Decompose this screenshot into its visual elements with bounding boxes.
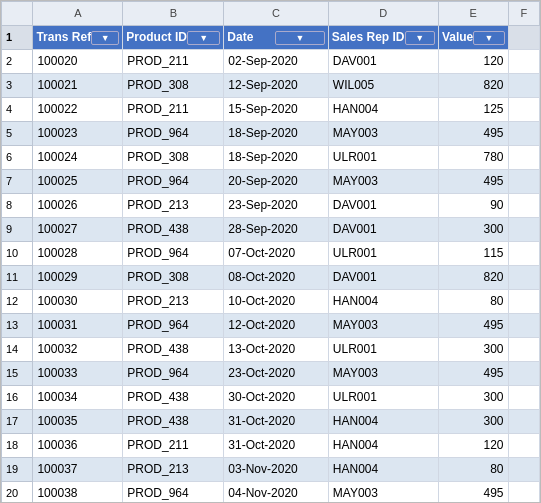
trans-ref-cell[interactable]: 100033 [33, 362, 123, 386]
filter-sales-rep-id[interactable]: ▼ [405, 31, 435, 45]
header-date[interactable]: Date ▼ [224, 26, 328, 50]
sales-rep-id-cell[interactable]: ULR001 [328, 242, 438, 266]
product-id-cell[interactable]: PROD_964 [123, 170, 224, 194]
date-cell[interactable]: 20-Sep-2020 [224, 170, 328, 194]
date-cell[interactable]: 18-Sep-2020 [224, 146, 328, 170]
sales-rep-id-cell[interactable]: WIL005 [328, 74, 438, 98]
value-cell[interactable]: 495 [438, 482, 508, 504]
sales-rep-id-cell[interactable]: DAV001 [328, 266, 438, 290]
product-id-cell[interactable]: PROD_213 [123, 194, 224, 218]
sales-rep-id-cell[interactable]: HAN004 [328, 458, 438, 482]
value-cell[interactable]: 115 [438, 242, 508, 266]
value-cell[interactable]: 495 [438, 170, 508, 194]
date-cell[interactable]: 13-Oct-2020 [224, 338, 328, 362]
trans-ref-cell[interactable]: 100021 [33, 74, 123, 98]
product-id-cell[interactable]: PROD_308 [123, 266, 224, 290]
product-id-cell[interactable]: PROD_964 [123, 122, 224, 146]
header-sales-rep-id[interactable]: Sales Rep ID ▼ [328, 26, 438, 50]
col-letter-d[interactable]: D [328, 2, 438, 26]
product-id-cell[interactable]: PROD_438 [123, 338, 224, 362]
date-cell[interactable]: 23-Oct-2020 [224, 362, 328, 386]
sales-rep-id-cell[interactable]: DAV001 [328, 50, 438, 74]
product-id-cell[interactable]: PROD_211 [123, 98, 224, 122]
trans-ref-cell[interactable]: 100031 [33, 314, 123, 338]
trans-ref-cell[interactable]: 100028 [33, 242, 123, 266]
product-id-cell[interactable]: PROD_211 [123, 434, 224, 458]
sales-rep-id-cell[interactable]: HAN004 [328, 98, 438, 122]
trans-ref-cell[interactable]: 100035 [33, 410, 123, 434]
product-id-cell[interactable]: PROD_964 [123, 362, 224, 386]
col-letter-e[interactable]: E [438, 2, 508, 26]
date-cell[interactable]: 08-Oct-2020 [224, 266, 328, 290]
sales-rep-id-cell[interactable]: MAY003 [328, 314, 438, 338]
col-letter-f[interactable]: F [508, 2, 540, 26]
trans-ref-cell[interactable]: 100037 [33, 458, 123, 482]
filter-product-id[interactable]: ▼ [187, 31, 220, 45]
sales-rep-id-cell[interactable]: ULR001 [328, 386, 438, 410]
filter-date[interactable]: ▼ [275, 31, 325, 45]
date-cell[interactable]: 31-Oct-2020 [224, 410, 328, 434]
value-cell[interactable]: 495 [438, 122, 508, 146]
sales-rep-id-cell[interactable]: MAY003 [328, 170, 438, 194]
product-id-cell[interactable]: PROD_308 [123, 74, 224, 98]
sales-rep-id-cell[interactable]: HAN004 [328, 290, 438, 314]
col-letter-b[interactable]: B [123, 2, 224, 26]
trans-ref-cell[interactable]: 100038 [33, 482, 123, 504]
trans-ref-cell[interactable]: 100020 [33, 50, 123, 74]
trans-ref-cell[interactable]: 100030 [33, 290, 123, 314]
product-id-cell[interactable]: PROD_964 [123, 314, 224, 338]
value-cell[interactable]: 820 [438, 74, 508, 98]
trans-ref-cell[interactable]: 100034 [33, 386, 123, 410]
date-cell[interactable]: 28-Sep-2020 [224, 218, 328, 242]
product-id-cell[interactable]: PROD_213 [123, 290, 224, 314]
sales-rep-id-cell[interactable]: MAY003 [328, 122, 438, 146]
sales-rep-id-cell[interactable]: HAN004 [328, 434, 438, 458]
date-cell[interactable]: 12-Oct-2020 [224, 314, 328, 338]
product-id-cell[interactable]: PROD_213 [123, 458, 224, 482]
date-cell[interactable]: 03-Nov-2020 [224, 458, 328, 482]
trans-ref-cell[interactable]: 100022 [33, 98, 123, 122]
product-id-cell[interactable]: PROD_211 [123, 50, 224, 74]
date-cell[interactable]: 23-Sep-2020 [224, 194, 328, 218]
date-cell[interactable]: 30-Oct-2020 [224, 386, 328, 410]
date-cell[interactable]: 18-Sep-2020 [224, 122, 328, 146]
sales-rep-id-cell[interactable]: ULR001 [328, 338, 438, 362]
date-cell[interactable]: 15-Sep-2020 [224, 98, 328, 122]
filter-trans-ref[interactable]: ▼ [91, 31, 119, 45]
sales-rep-id-cell[interactable]: HAN004 [328, 410, 438, 434]
sales-rep-id-cell[interactable]: DAV001 [328, 218, 438, 242]
product-id-cell[interactable]: PROD_964 [123, 242, 224, 266]
date-cell[interactable]: 07-Oct-2020 [224, 242, 328, 266]
trans-ref-cell[interactable]: 100025 [33, 170, 123, 194]
value-cell[interactable]: 300 [438, 338, 508, 362]
header-product-id[interactable]: Product ID ▼ [123, 26, 224, 50]
trans-ref-cell[interactable]: 100032 [33, 338, 123, 362]
date-cell[interactable]: 31-Oct-2020 [224, 434, 328, 458]
value-cell[interactable]: 780 [438, 146, 508, 170]
sales-rep-id-cell[interactable]: MAY003 [328, 482, 438, 504]
value-cell[interactable]: 300 [438, 410, 508, 434]
trans-ref-cell[interactable]: 100023 [33, 122, 123, 146]
product-id-cell[interactable]: PROD_964 [123, 482, 224, 504]
date-cell[interactable]: 04-Nov-2020 [224, 482, 328, 504]
trans-ref-cell[interactable]: 100024 [33, 146, 123, 170]
col-letter-c[interactable]: C [224, 2, 328, 26]
product-id-cell[interactable]: PROD_438 [123, 218, 224, 242]
trans-ref-cell[interactable]: 100036 [33, 434, 123, 458]
product-id-cell[interactable]: PROD_438 [123, 386, 224, 410]
value-cell[interactable]: 495 [438, 362, 508, 386]
value-cell[interactable]: 80 [438, 290, 508, 314]
value-cell[interactable]: 495 [438, 314, 508, 338]
header-trans-ref[interactable]: Trans Ref ▼ [33, 26, 123, 50]
sales-rep-id-cell[interactable]: DAV001 [328, 194, 438, 218]
value-cell[interactable]: 125 [438, 98, 508, 122]
trans-ref-cell[interactable]: 100027 [33, 218, 123, 242]
value-cell[interactable]: 820 [438, 266, 508, 290]
header-value[interactable]: Value ▼ [438, 26, 508, 50]
value-cell[interactable]: 300 [438, 218, 508, 242]
value-cell[interactable]: 120 [438, 434, 508, 458]
value-cell[interactable]: 80 [438, 458, 508, 482]
value-cell[interactable]: 90 [438, 194, 508, 218]
value-cell[interactable]: 120 [438, 50, 508, 74]
value-cell[interactable]: 300 [438, 386, 508, 410]
